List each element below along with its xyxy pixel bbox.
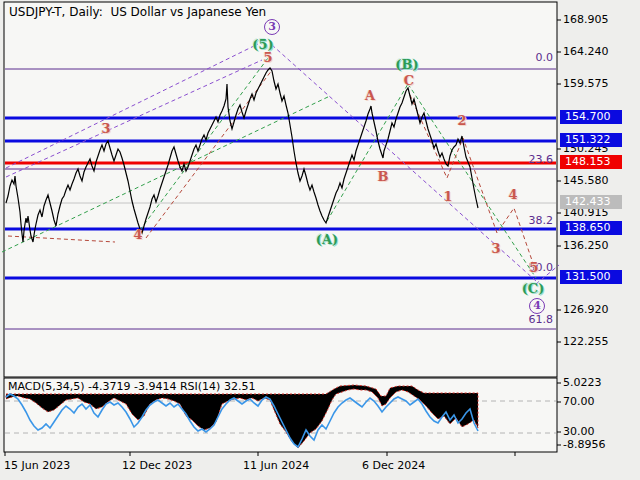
- wave-label: 3: [491, 241, 500, 256]
- price-level-badge: 154.700: [560, 110, 622, 124]
- date-label: 6 Dec 2024: [362, 459, 425, 472]
- wave-label: (A): [316, 232, 338, 247]
- price-level-badge: 131.500: [560, 270, 622, 284]
- fib-label: 38.2: [529, 214, 554, 227]
- fib-label: 23.6: [529, 153, 554, 166]
- chart-title: USDJPY-T, Daily: US Dollar vs Japanese Y…: [9, 5, 266, 19]
- macd-axis-label: -8.8956: [563, 438, 605, 451]
- wave-label: A: [365, 88, 375, 103]
- wave-label: 3: [264, 19, 280, 35]
- macd-axis-label: 70.00: [563, 395, 595, 408]
- wave-label: 5: [529, 260, 538, 275]
- macd-axis-label: 30.00: [563, 425, 595, 438]
- wave-label: 4: [508, 187, 517, 202]
- trading-chart-window: USDJPY-T, Daily: US Dollar vs Japanese Y…: [0, 0, 640, 480]
- date-label: 15 Jun 2023: [4, 459, 70, 472]
- wave-label: 3: [101, 121, 110, 136]
- price-level-badge: 151.322: [560, 133, 622, 147]
- wave-label: (C): [522, 281, 545, 296]
- wave-label: 1: [443, 189, 452, 204]
- wave-label: B: [378, 169, 389, 184]
- wave-label: 4: [133, 227, 142, 242]
- price-axis-label: 122.255: [563, 335, 609, 348]
- fib-label: 0.0: [536, 51, 554, 64]
- date-label: 11 Jun 2024: [243, 459, 309, 472]
- fib-label: 61.8: [529, 313, 554, 326]
- wave-label: 5: [263, 50, 272, 65]
- macd-axis-label: 5.0223: [563, 376, 602, 389]
- price-axis-label: 159.575: [563, 77, 609, 90]
- wave-label: (B): [395, 57, 418, 72]
- price-axis-label: 126.920: [563, 303, 609, 316]
- price-axis-label: 136.250: [563, 239, 609, 252]
- price-level-badge: 138.650: [560, 221, 622, 235]
- price-axis-label: 164.240: [563, 45, 609, 58]
- price-level-badge: 142.433: [560, 195, 622, 209]
- macd-indicator-label: MACD(5,34,5) -4.3719 -3.9414 RSI(14) 32.…: [8, 380, 255, 393]
- date-label: 12 Dec 2023: [122, 459, 192, 472]
- wave-label: (5): [252, 37, 273, 52]
- wave-label: 4: [529, 298, 545, 314]
- wave-label: C: [404, 73, 414, 88]
- price-axis-label: 168.905: [563, 13, 609, 26]
- price-axis-label: 145.580: [563, 174, 609, 187]
- price-level-badge: 148.153: [560, 155, 622, 169]
- wave-label: 2: [457, 113, 466, 128]
